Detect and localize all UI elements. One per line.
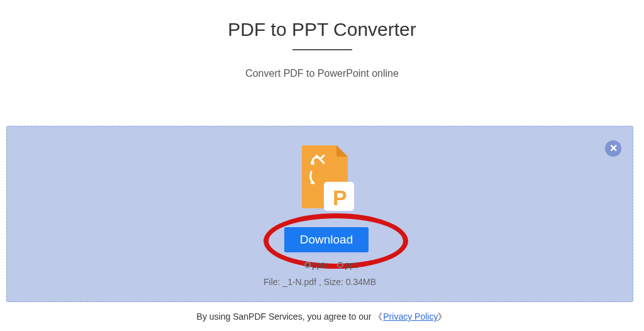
converter-dropzone[interactable]: ✕ P Download pptx ppt File: _1-N.pdf , (6, 126, 633, 302)
svg-text:P: P (333, 186, 347, 210)
radio-icon (337, 262, 343, 268)
close-icon: ✕ (609, 143, 618, 154)
format-radio-group: pptx ppt (304, 260, 364, 270)
format-label: ppt (345, 260, 357, 270)
download-button[interactable]: Download (284, 227, 369, 252)
pdf-to-ppt-icon: P (299, 144, 359, 213)
radio-icon (304, 262, 311, 268)
privacy-policy-link[interactable]: Privacy Policy (383, 311, 438, 322)
format-label: pptx (312, 260, 328, 270)
footer-text: By using SanPDF Services, you agree to o… (0, 311, 644, 323)
page-subtitle: Convert PDF to PowerPoint online (0, 68, 644, 79)
format-option-pptx[interactable]: pptx (304, 260, 328, 270)
page-title: PDF to PPT Converter (0, 19, 644, 40)
svg-point-0 (312, 162, 314, 164)
file-info: File: _1-N.pdf , Size: 0.34MB (7, 277, 633, 287)
close-button[interactable]: ✕ (605, 140, 621, 157)
format-option-ppt[interactable]: ppt (337, 260, 357, 270)
title-underline (292, 49, 352, 50)
